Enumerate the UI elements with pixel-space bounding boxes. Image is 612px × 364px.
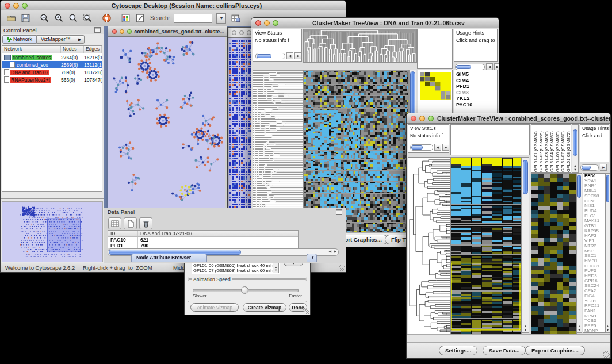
zoom-vscrollbar[interactable]: ▲ ▼ bbox=[576, 173, 582, 333]
tabs-overflow-button[interactable]: ▶ bbox=[75, 35, 85, 44]
speed-slider-thumb[interactable] bbox=[241, 286, 248, 294]
gene-label[interactable]: PFD1 bbox=[454, 83, 497, 90]
scroll-up-arrow[interactable]: ▲ bbox=[577, 324, 582, 328]
scroll-thumb[interactable] bbox=[257, 54, 271, 58]
annotation-icon[interactable] bbox=[135, 13, 145, 24]
scroll-track[interactable] bbox=[580, 164, 599, 171]
zoom-fit-icon[interactable] bbox=[68, 13, 78, 24]
scroll-thumb[interactable] bbox=[577, 175, 581, 198]
settings-button[interactable]: Settings... bbox=[439, 346, 477, 355]
minimize-button[interactable] bbox=[264, 20, 270, 26]
scroll-thumb[interactable] bbox=[606, 175, 609, 202]
close-button[interactable] bbox=[112, 29, 117, 34]
zoom-heatmap[interactable] bbox=[531, 173, 577, 334]
network-canvas[interactable] bbox=[108, 37, 225, 208]
network-table-header[interactable]: Network Nodes Edges bbox=[2, 46, 102, 53]
minimize-button[interactable] bbox=[120, 29, 124, 34]
column-label[interactable]: GPL51-04 (GSM857) bbox=[549, 125, 554, 172]
h-scrollbar[interactable]: ◀ ▶ bbox=[410, 144, 449, 151]
attribute-row[interactable]: PFD1790 bbox=[108, 243, 298, 248]
heatmap-vscrollbar[interactable]: ▲ ▼ bbox=[522, 157, 529, 333]
global-heatmap[interactable] bbox=[450, 157, 522, 334]
open-session-icon[interactable] bbox=[6, 13, 16, 24]
column-label[interactable]: GPL51-01 (GSM854) bbox=[533, 125, 538, 172]
scroll-down-arrow[interactable]: ▼ bbox=[577, 328, 582, 332]
tab-node-attribute-browser[interactable]: Node Attribute Browser bbox=[131, 254, 207, 262]
attribute-item[interactable]: GPL51-07 (GSM868) heat shock 60 min bbox=[192, 269, 280, 274]
window-titlebar[interactable]: Cytoscape Desktop (Session Name: collins… bbox=[1, 1, 346, 11]
column-label[interactable]: GPL51-03 (GSM856) bbox=[544, 125, 549, 172]
scroll-left-arrow[interactable]: ◀ bbox=[328, 249, 331, 253]
column-label[interactable]: GPL51-06 (GSM865) bbox=[555, 125, 560, 172]
scroll-thumb[interactable] bbox=[456, 65, 471, 69]
scroll-track[interactable] bbox=[255, 53, 285, 59]
tab-edge-attribute-browser-clipped[interactable]: r bbox=[307, 254, 317, 262]
close-button[interactable] bbox=[255, 20, 261, 26]
scroll-left-arrow[interactable]: ◀ bbox=[434, 144, 441, 151]
window-titlebar[interactable]: ClusterMaker TreeView : combined_scores_… bbox=[407, 113, 610, 124]
h-scrollbar[interactable]: ◀ ▶ bbox=[255, 52, 301, 59]
scroll-right-arrow[interactable]: ▶ bbox=[334, 249, 336, 253]
minimize-button[interactable] bbox=[239, 30, 244, 35]
column-dendrogram[interactable] bbox=[303, 29, 417, 63]
animate-vizmap-button[interactable]: Animate Vizmap bbox=[190, 303, 239, 312]
tab-vizmapper[interactable]: VizMapper™ bbox=[37, 35, 75, 44]
float-panel-icon[interactable] bbox=[336, 209, 342, 215]
scroll-up-arrow[interactable]: ▲ bbox=[606, 324, 610, 328]
column-dendrogram-empty[interactable] bbox=[450, 124, 530, 155]
scroll-up-arrow[interactable]: ▲ bbox=[522, 324, 529, 328]
scroll-down-arrow[interactable]: ▼ bbox=[606, 328, 610, 332]
float-panel-icon[interactable] bbox=[94, 27, 101, 33]
export-graphics-button[interactable]: Export Graphics... bbox=[525, 346, 585, 355]
attribute-table-header[interactable]: ID DNA and Tran 07-21-06... bbox=[108, 231, 298, 237]
scroll-left-arrow[interactable]: ◀ bbox=[286, 52, 293, 59]
resize-grip[interactable] bbox=[303, 308, 309, 314]
column-label[interactable]: GPL51-02 (GSM855) bbox=[538, 125, 543, 172]
column-label[interactable]: GPL51-08 (GSM872) bbox=[566, 125, 571, 172]
network-view-window[interactable]: combined_scores_good.txt--cluste... bbox=[108, 26, 227, 209]
gene-list-vscrollbar[interactable]: ▲ ▼ bbox=[605, 173, 610, 333]
search-dropdown-button[interactable]: ▼ bbox=[216, 13, 226, 24]
scroll-right-arrow[interactable]: ▶ bbox=[294, 52, 301, 59]
scroll-thumb[interactable] bbox=[573, 129, 577, 156]
h-scrollbar[interactable]: ▶ bbox=[580, 164, 607, 171]
scroll-thumb[interactable] bbox=[411, 145, 423, 150]
search-input[interactable] bbox=[174, 14, 212, 23]
help-lifering-icon[interactable] bbox=[101, 13, 112, 24]
minimize-button[interactable] bbox=[13, 3, 19, 9]
zoom-heatmap[interactable] bbox=[420, 72, 451, 100]
close-button[interactable] bbox=[411, 116, 416, 121]
gene-label[interactable]: GIM5 bbox=[454, 71, 497, 78]
birdseye-canvas[interactable] bbox=[2, 201, 103, 262]
zoom-button[interactable] bbox=[273, 20, 278, 26]
close-button[interactable] bbox=[232, 30, 236, 35]
column-labels-vscrollbar[interactable]: ▲ ▼ bbox=[572, 124, 579, 173]
scroll-thumb[interactable] bbox=[582, 166, 591, 170]
attribute-row[interactable]: PAC10621 bbox=[108, 237, 298, 243]
scroll-up-arrow[interactable]: ▲ bbox=[572, 164, 578, 167]
minimize-button[interactable] bbox=[419, 116, 425, 121]
zoom-button[interactable] bbox=[127, 29, 132, 34]
zoom-selected-icon[interactable] bbox=[82, 13, 93, 24]
window-titlebar[interactable]: ClusterMaker TreeView : DNA and Tran 07-… bbox=[251, 18, 499, 28]
gene-label[interactable]: PAC10 bbox=[454, 102, 497, 108]
scroll-down-arrow[interactable]: ▼ bbox=[572, 168, 578, 171]
save-data-button[interactable]: Save Data... bbox=[483, 346, 526, 355]
scroll-thumb[interactable] bbox=[523, 160, 528, 194]
vizmapper-icon[interactable] bbox=[120, 13, 131, 24]
column-label[interactable]: GPL51-07 (GSM868) bbox=[560, 125, 565, 172]
import-table-icon[interactable] bbox=[230, 13, 240, 24]
network-row[interactable]: DNA and Tran 07 769(0) 183728(0) bbox=[2, 68, 102, 76]
gene-label[interactable]: GIM4 bbox=[454, 78, 497, 84]
resize-grip[interactable] bbox=[603, 351, 610, 358]
scroll-right-arrow[interactable]: ▶ bbox=[600, 164, 607, 171]
new-attribute-icon[interactable] bbox=[124, 217, 137, 229]
network-window-titlebar[interactable]: combined_scores_good.txt--cluste... bbox=[108, 26, 227, 37]
save-session-icon[interactable] bbox=[20, 13, 30, 24]
gene-label[interactable]: MON2 bbox=[583, 329, 605, 333]
tab-network[interactable]: Network bbox=[2, 35, 37, 44]
gene-label[interactable]: YKE2 bbox=[454, 95, 497, 102]
delete-attribute-icon[interactable] bbox=[139, 217, 152, 229]
scroll-down-arrow[interactable]: ▼ bbox=[273, 269, 278, 272]
scroll-track[interactable] bbox=[455, 64, 485, 70]
